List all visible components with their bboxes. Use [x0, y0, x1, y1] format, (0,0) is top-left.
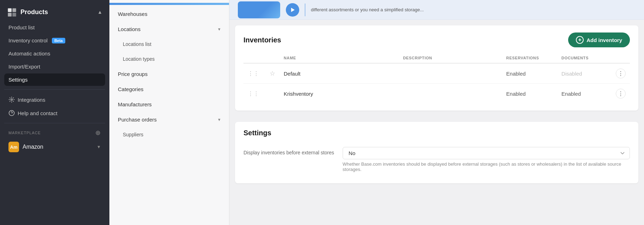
sidebar-item-import-export-label: Import/Export — [8, 64, 40, 70]
middle-nav: Warehouses Locations ▾ Locations list Lo… — [109, 0, 229, 225]
add-inventory-plus-icon: + — [576, 36, 584, 44]
display-inventories-select[interactable]: No Yes — [343, 147, 630, 159]
middle-nav-price-groups[interactable]: Price groups — [109, 66, 229, 82]
table-header-row: NAME DESCRIPTION RESERVATIONS DOCUMENTS — [243, 53, 630, 63]
middle-nav-categories[interactable]: Categories — [109, 82, 229, 97]
th-name: NAME — [279, 53, 399, 63]
sidebar-item-inventory-control-label: Inventory control — [8, 37, 48, 43]
svg-rect-2 — [8, 13, 11, 17]
amazon-item-left: Am Amazon — [8, 142, 43, 152]
th-description: DESCRIPTION — [399, 53, 502, 63]
inventories-title: Inventories — [243, 36, 281, 44]
sidebar-item-amazon[interactable]: Am Amazon ▼ — [4, 139, 105, 155]
row-drag-krish[interactable]: ⋮⋮ — [243, 84, 265, 104]
drag-handle-icon: ⋮⋮ — [248, 91, 261, 97]
sidebar-item-help[interactable]: Help and contact — [4, 107, 105, 119]
svg-rect-3 — [12, 13, 16, 17]
sidebar-nav: Product list Inventory control Beta Auto… — [0, 21, 109, 86]
middle-nav-suppliers[interactable]: Suppliers — [109, 127, 229, 142]
row-menu-button-default[interactable]: ⋮ — [616, 69, 626, 78]
row-name-default: Default — [279, 63, 399, 84]
marketplace-section-label: MARKETPLACE ⊕ — [0, 127, 109, 139]
integrations-icon — [8, 96, 15, 103]
sidebar-chevron-icon[interactable]: ▲ — [97, 9, 102, 15]
row-drag-default[interactable]: ⋮⋮ — [243, 63, 265, 84]
products-icon — [7, 7, 17, 17]
table-row: ⋮⋮ Krishventory Enabled Enabled ⋮ — [243, 84, 630, 104]
th-menu — [612, 53, 630, 63]
banner-thumbnail — [238, 1, 280, 18]
drag-handle-icon: ⋮⋮ — [248, 71, 261, 77]
row-desc-krish — [399, 84, 502, 104]
sidebar-brand: Products — [7, 7, 48, 17]
inventories-section: Inventories + Add inventory NAME DESCRIP… — [235, 25, 638, 111]
add-inventory-button[interactable]: + Add inventory — [568, 32, 630, 47]
settings-section: Settings Display inventories before exte… — [235, 122, 638, 183]
play-icon — [290, 7, 295, 12]
banner-divider — [305, 4, 305, 16]
th-reservations: RESERVATIONS — [502, 53, 558, 63]
sidebar-item-settings-label: Settings — [8, 77, 28, 83]
sidebar-title: Products — [20, 8, 48, 16]
middle-nav-locations[interactable]: Locations ▾ — [109, 22, 229, 37]
sidebar-item-product-list[interactable]: Product list — [4, 21, 105, 34]
beta-badge: Beta — [52, 38, 65, 43]
purchase-orders-chevron-icon: ▾ — [218, 117, 221, 122]
row-menu-button-krish[interactable]: ⋮ — [616, 89, 626, 99]
sidebar-item-help-label: Help and contact — [18, 110, 58, 116]
settings-header: Settings — [243, 129, 630, 137]
middle-nav-purchase-orders[interactable]: Purchase orders ▾ — [109, 112, 229, 127]
help-icon — [8, 110, 15, 116]
settings-row-display-inventories: Display inventories before external stor… — [243, 143, 630, 176]
sidebar-divider-2 — [4, 123, 105, 123]
row-star-default[interactable]: ☆ — [265, 63, 279, 84]
inventories-header: Inventories + Add inventory — [243, 32, 630, 47]
settings-help-display-inventories: Whether Base.com inventories should be d… — [343, 161, 630, 172]
main-content: different assortments or you need a simp… — [229, 0, 644, 225]
row-name-krish: Krishventory — [279, 84, 399, 104]
sidebar: Products ▲ Product list Inventory contro… — [0, 0, 109, 225]
middle-nav-warehouses[interactable]: Warehouses — [109, 6, 229, 22]
settings-label-display-inventories: Display inventories before external stor… — [243, 147, 334, 155]
middle-nav-manufacturers[interactable]: Manufacturers — [109, 97, 229, 112]
sidebar-item-product-list-label: Product list — [8, 24, 35, 30]
row-star-krish[interactable] — [265, 84, 279, 104]
svg-marker-6 — [291, 8, 295, 12]
marketplace-add-icon[interactable]: ⊕ — [95, 129, 101, 137]
banner-play-button[interactable] — [286, 3, 299, 17]
sidebar-nav-bottom: Integrations Help and contact — [0, 93, 109, 119]
table-row: ⋮⋮ ☆ Default Enabled Disabled ⋮ — [243, 63, 630, 84]
sidebar-item-automatic-actions-label: Automatic actions — [8, 51, 50, 57]
banner-text: different assortments or you need a simp… — [311, 7, 636, 12]
middle-nav-location-types[interactable]: Location types — [109, 52, 229, 66]
svg-rect-1 — [12, 8, 16, 12]
amazon-avatar: Am — [8, 142, 19, 152]
top-blue-bar — [109, 3, 229, 5]
settings-title: Settings — [243, 129, 271, 137]
svg-rect-0 — [8, 8, 11, 12]
row-documents-krish: Enabled — [557, 84, 612, 104]
th-star — [265, 53, 279, 63]
svg-point-4 — [11, 99, 13, 101]
locations-chevron-icon: ▾ — [218, 26, 221, 32]
middle-nav-locations-list[interactable]: Locations list — [109, 37, 229, 52]
row-reservations-krish: Enabled — [502, 84, 558, 104]
th-documents: DOCUMENTS — [557, 53, 612, 63]
amazon-chevron-icon: ▼ — [97, 144, 101, 149]
sidebar-item-settings[interactable]: Settings — [4, 73, 105, 86]
row-menu-default: ⋮ — [612, 63, 630, 84]
add-inventory-label: Add inventory — [586, 37, 622, 43]
sidebar-divider-1 — [4, 89, 105, 90]
inventories-table: NAME DESCRIPTION RESERVATIONS DOCUMENTS … — [243, 53, 630, 103]
sidebar-header: Products ▲ — [0, 4, 109, 21]
sidebar-item-inventory-control[interactable]: Inventory control Beta — [4, 34, 105, 47]
row-menu-krish: ⋮ — [612, 84, 630, 104]
sidebar-item-import-export[interactable]: Import/Export — [4, 60, 105, 73]
top-banner: different assortments or you need a simp… — [229, 0, 644, 20]
sidebar-item-integrations[interactable]: Integrations — [4, 93, 105, 106]
th-drag — [243, 53, 265, 63]
row-documents-default: Disabled — [557, 63, 612, 84]
sidebar-item-automatic-actions[interactable]: Automatic actions — [4, 47, 105, 60]
amazon-label: Amazon — [23, 144, 43, 150]
sidebar-item-integrations-label: Integrations — [18, 97, 45, 103]
